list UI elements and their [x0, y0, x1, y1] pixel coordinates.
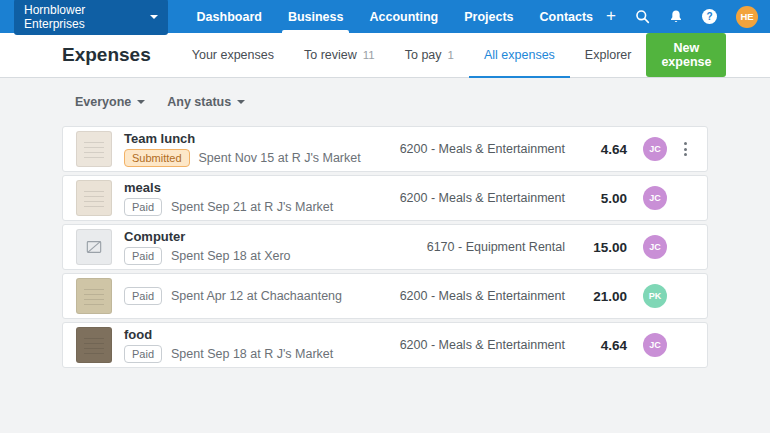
expense-amount: 4.64: [583, 338, 627, 353]
receipt-thumbnail[interactable]: [76, 327, 112, 363]
nav-item-projects[interactable]: Projects: [451, 0, 526, 33]
receipt-thumbnail[interactable]: [76, 180, 112, 216]
help-icon[interactable]: ?: [702, 9, 717, 24]
bell-icon[interactable]: [669, 9, 683, 24]
main-nav: Dashboard Business Accounting Projects C…: [184, 0, 606, 33]
expense-row[interactable]: Paid Spent Apr 12 at Chachaanteng 6200 -…: [62, 273, 708, 319]
expense-amount: 21.00: [583, 289, 627, 304]
expense-detail: Spent Apr 12 at Chachaanteng: [171, 289, 342, 303]
expense-category: 6200 - Meals & Entertainment: [400, 191, 565, 205]
expense-amount: 4.64: [583, 142, 627, 157]
expense-category: 6200 - Meals & Entertainment: [400, 142, 565, 156]
expense-category: 6200 - Meals & Entertainment: [400, 338, 565, 352]
tab-explorer[interactable]: Explorer: [570, 33, 647, 77]
expense-title: Team lunch: [124, 131, 361, 146]
status-badge: Paid: [124, 198, 162, 216]
nav-item-business[interactable]: Business: [275, 0, 357, 33]
receipt-thumbnail[interactable]: [76, 278, 112, 314]
status-badge: Submitted: [124, 149, 190, 167]
page-header: Expenses Your expenses To review 11 To p…: [0, 33, 770, 78]
tab-all-expenses[interactable]: All expenses: [469, 33, 570, 77]
expense-detail: Spent Sep 21 at R J's Market: [171, 200, 333, 214]
status-filter-dropdown[interactable]: Any status: [167, 95, 245, 109]
tab-to-pay[interactable]: To pay 1: [390, 33, 469, 77]
expense-row[interactable]: meals Paid Spent Sep 21 at R J's Market …: [62, 175, 708, 221]
status-badge: Paid: [124, 345, 162, 363]
expense-detail: Spent Sep 18 at R J's Market: [171, 347, 333, 361]
caret-down-icon: [150, 15, 158, 19]
assignee-avatar: JC: [643, 137, 667, 161]
company-selector[interactable]: Hornblower Enterprises: [14, 0, 168, 35]
row-menu-icon[interactable]: [680, 138, 691, 160]
assignee-avatar: JC: [643, 333, 667, 357]
no-receipt-placeholder-icon: [76, 229, 112, 265]
expense-row[interactable]: Team lunch Submitted Spent Nov 15 at R J…: [62, 126, 708, 172]
search-icon[interactable]: [635, 9, 650, 24]
caret-down-icon: [137, 100, 145, 104]
receipt-thumbnail[interactable]: [76, 131, 112, 167]
top-navigation-bar: Hornblower Enterprises Dashboard Busines…: [0, 0, 770, 33]
company-name: Hornblower Enterprises: [24, 3, 143, 31]
expense-detail: Spent Sep 18 at Xero: [171, 249, 291, 263]
expense-title: food: [124, 327, 333, 342]
expense-row[interactable]: food Paid Spent Sep 18 at R J's Market 6…: [62, 322, 708, 368]
status-badge: Paid: [124, 287, 162, 305]
nav-item-accounting[interactable]: Accounting: [356, 0, 451, 33]
expense-title: Computer: [124, 229, 291, 244]
tab-your-expenses[interactable]: Your expenses: [177, 33, 289, 77]
topbar-actions: + ? HE: [606, 0, 758, 33]
expense-row[interactable]: Computer Paid Spent Sep 18 at Xero 6170 …: [62, 224, 708, 270]
expense-category: 6200 - Meals & Entertainment: [400, 289, 565, 303]
tab-to-review[interactable]: To review 11: [289, 33, 390, 77]
status-badge: Paid: [124, 247, 162, 265]
filter-bar: Everyone Any status: [75, 95, 770, 109]
tab-count-badge: 11: [363, 49, 375, 61]
expense-detail: Spent Nov 15 at R J's Market: [199, 151, 361, 165]
nav-item-dashboard[interactable]: Dashboard: [184, 0, 275, 33]
expense-title: meals: [124, 180, 333, 195]
expense-tabs: Your expenses To review 11 To pay 1 All …: [177, 33, 647, 77]
new-expense-button[interactable]: New expense: [646, 33, 726, 77]
expense-amount: 5.00: [583, 191, 627, 206]
page-title: Expenses: [62, 44, 151, 66]
expense-amount: 15.00: [583, 240, 627, 255]
expense-list: Team lunch Submitted Spent Nov 15 at R J…: [62, 126, 708, 368]
tab-count-badge: 1: [448, 49, 454, 61]
assignee-avatar: PK: [643, 284, 667, 308]
assignee-avatar: JC: [643, 235, 667, 259]
caret-down-icon: [237, 100, 245, 104]
assignee-filter-dropdown[interactable]: Everyone: [75, 95, 145, 109]
assignee-avatar: JC: [643, 186, 667, 210]
nav-item-contacts[interactable]: Contacts: [527, 0, 606, 33]
add-icon[interactable]: +: [606, 7, 616, 24]
user-avatar[interactable]: HE: [736, 6, 758, 28]
expense-category: 6170 - Equipment Rental: [427, 240, 565, 254]
